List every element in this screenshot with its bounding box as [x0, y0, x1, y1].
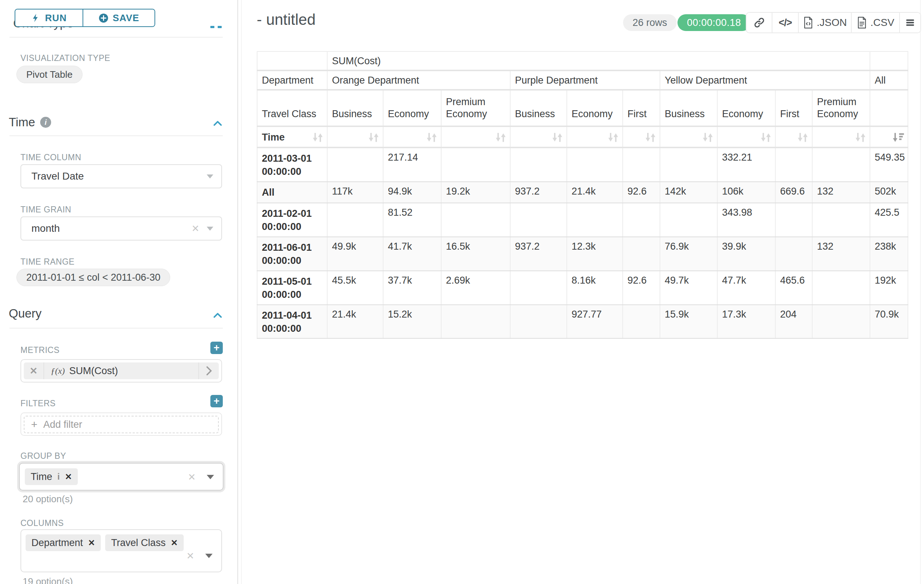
sort-toggle-icon[interactable] — [644, 132, 657, 143]
value-cell: 47.7k — [717, 271, 776, 305]
sort-toggle-icon[interactable] — [495, 132, 507, 143]
sort-toggle-icon[interactable] — [312, 132, 324, 143]
time-range-value: 2011-01-01 ≤ col < 2011-06-30 — [26, 272, 160, 283]
panel-edge — [241, 0, 242, 584]
value-cell: 8.16k — [567, 271, 623, 305]
chip-label: Travel Class — [111, 537, 165, 549]
travel-class-header: Business — [327, 90, 383, 126]
columns-select[interactable]: Department ✕ Travel Class ✕ ✕ — [20, 529, 222, 572]
export-json-button[interactable]: .JSON — [799, 13, 852, 33]
visualization-type-pill[interactable]: Pivot Table — [16, 66, 82, 83]
travel-class-header: Economy — [717, 90, 776, 126]
value-cell: 937.2 — [510, 182, 567, 203]
chip-remove-icon[interactable]: ✕ — [88, 538, 95, 548]
add-filter-label: Add filter — [43, 419, 82, 430]
clear-icon[interactable]: ✕ — [186, 550, 194, 562]
embed-code-button[interactable]: </> — [772, 13, 799, 33]
time-grain-select[interactable]: month ✕ — [20, 216, 222, 240]
sort-toggle-icon[interactable] — [607, 132, 619, 143]
value-cell — [812, 305, 870, 339]
value-cell: 49.7k — [660, 271, 717, 305]
value-cell — [812, 271, 870, 305]
sort-toggle-icon[interactable] — [701, 132, 714, 143]
value-cell: 12.3k — [567, 237, 623, 271]
time-column-select[interactable]: Travel Date — [20, 164, 222, 188]
export-csv-label: .CSV — [870, 17, 894, 28]
clear-icon[interactable]: ✕ — [189, 223, 201, 234]
travel-class-header: Economy — [383, 90, 441, 126]
clipped-icon — [218, 26, 222, 28]
chevron-right-icon[interactable] — [199, 362, 219, 379]
row-count-badge: 26 rows — [623, 14, 677, 31]
metrics-label: METRICS — [20, 345, 59, 355]
clear-icon[interactable]: ✕ — [188, 472, 196, 483]
columns-chip-travel-class[interactable]: Travel Class ✕ — [105, 535, 183, 551]
group-by-select[interactable]: Time i ✕ ✕ — [19, 463, 223, 490]
time-range-pill[interactable]: 2011-01-01 ≤ col < 2011-06-30 — [16, 269, 170, 286]
column-sort-cell — [327, 126, 383, 148]
row-label-cell: 2011-03-01 00:00:00 — [257, 148, 327, 182]
query-timer-badge: 00:00:00.18 — [678, 14, 751, 31]
remove-metric-icon[interactable]: ✕ — [24, 362, 44, 379]
value-cell: 142k — [660, 182, 717, 203]
chip-remove-icon[interactable]: ✕ — [65, 472, 72, 482]
time-row-header: Time — [262, 132, 285, 143]
function-icon: ƒ(x) — [51, 366, 65, 376]
group-by-label: GROUP BY — [20, 451, 66, 461]
column-sort-cell — [441, 126, 510, 148]
chart-title[interactable]: - untitled — [257, 11, 315, 28]
department-group-header: Yellow Department — [660, 71, 870, 90]
value-cell — [510, 203, 567, 237]
metric-chip[interactable]: ✕ ƒ(x) SUM(Cost) — [24, 362, 219, 379]
value-cell — [441, 203, 510, 237]
value-cell — [623, 148, 660, 182]
add-filter-plus-button[interactable]: + — [210, 395, 223, 407]
chip-info-icon[interactable]: i — [57, 472, 60, 482]
save-button-label: SAVE — [113, 12, 140, 24]
controls-panel: Chart Type RUN SAVE VISUALIZATION TYPE P… — [0, 0, 238, 584]
more-options-button[interactable] — [900, 13, 920, 33]
value-cell: 425.5 — [870, 203, 908, 237]
chip-remove-icon[interactable]: ✕ — [170, 538, 178, 548]
travel-class-header: Business — [510, 90, 567, 126]
columns-chip-department[interactable]: Department ✕ — [26, 535, 101, 551]
sort-toggle-icon[interactable] — [854, 132, 867, 143]
sort-toggle-icon[interactable] — [760, 132, 772, 143]
value-cell: 132 — [812, 237, 870, 271]
value-cell: 94.9k — [383, 182, 441, 203]
sort-descending-active-icon[interactable] — [892, 132, 905, 143]
value-cell — [567, 148, 623, 182]
add-filter-button[interactable]: + Add filter — [24, 416, 219, 433]
export-csv-button[interactable]: .CSV — [852, 13, 900, 33]
caret-down-icon — [207, 174, 213, 178]
value-cell: 49.9k — [327, 237, 383, 271]
metric-header-cell: SUM(Cost) — [327, 51, 870, 71]
panel-divider[interactable] — [238, 0, 238, 584]
section-divider — [10, 135, 223, 136]
sort-toggle-icon[interactable] — [797, 132, 809, 143]
value-cell: 669.6 — [776, 182, 812, 203]
group-by-chip-time[interactable]: Time i ✕ — [25, 468, 78, 485]
collapse-query-chevron-up-icon[interactable] — [212, 309, 223, 321]
copy-link-button[interactable] — [746, 13, 772, 33]
run-button[interactable]: RUN — [15, 10, 83, 26]
time-range-label: TIME RANGE — [20, 257, 74, 267]
add-metric-button[interactable]: + — [210, 342, 223, 354]
time-column-label: TIME COLUMN — [20, 153, 81, 163]
column-sort-cell — [870, 126, 908, 148]
metric-value: SUM(Cost) — [69, 365, 118, 377]
save-button[interactable]: SAVE — [83, 10, 155, 26]
sort-toggle-icon[interactable] — [551, 132, 564, 143]
sort-toggle-icon[interactable] — [367, 132, 380, 143]
caret-down-icon — [207, 227, 213, 231]
time-column-value: Travel Date — [21, 171, 201, 182]
table-row: 2011-05-01 00:00:0045.5k37.7k2.69k8.16k9… — [257, 271, 908, 305]
value-cell: 41.7k — [383, 237, 441, 271]
sort-toggle-icon[interactable] — [426, 132, 438, 143]
info-icon[interactable]: i — [40, 117, 51, 128]
value-cell: 332.21 — [717, 148, 776, 182]
value-cell: 132 — [812, 182, 870, 203]
table-row: 2011-04-01 00:00:0021.4k15.2k927.7715.9k… — [257, 305, 908, 339]
value-cell: 92.6 — [623, 271, 660, 305]
collapse-time-chevron-up-icon[interactable] — [212, 118, 223, 129]
